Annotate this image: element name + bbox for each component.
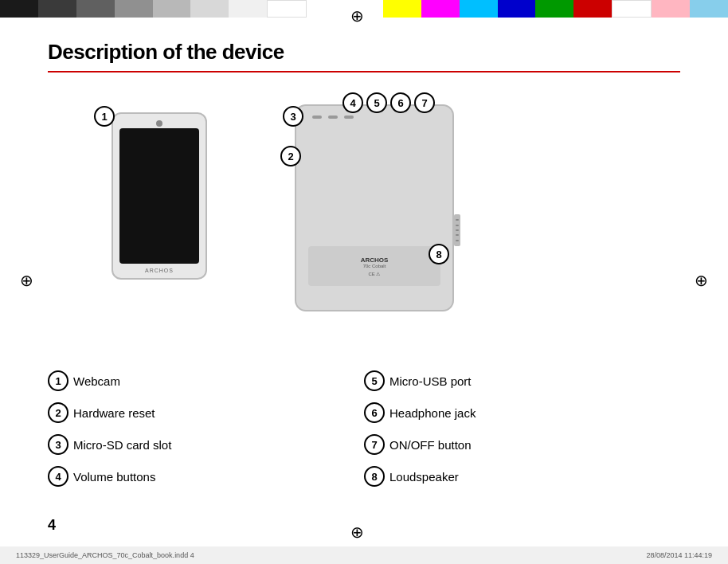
- swatch-white2: [612, 0, 652, 18]
- list-item: 1 Webcam: [48, 367, 364, 394]
- callout-4: 4: [342, 92, 363, 113]
- list-item: 4 Volume buttons: [48, 463, 364, 490]
- front-camera: [156, 120, 162, 127]
- speaker-hole-1: [456, 219, 459, 221]
- legend-label-3: Micro-SD card slot: [73, 438, 171, 452]
- speaker-hole-3: [456, 229, 459, 231]
- footer-bar: 113329_UserGuide_ARCHOS_70c_Cobalt_book.…: [0, 546, 728, 564]
- phone-front-body: ARCHOS: [112, 112, 207, 280]
- legend-label-7: ON/OFF button: [389, 438, 472, 452]
- speaker-hole-2: [456, 225, 459, 226]
- swatch-lightblue: [690, 0, 728, 18]
- legend-label-6: Headphone jack: [389, 406, 476, 420]
- port-3: [344, 116, 354, 119]
- bottom-info-panel: ARCHOS 70c Cobalt CE ⚠: [308, 246, 440, 286]
- list-item: 6 Headphone jack: [364, 399, 680, 426]
- phone-back: ARCHOS 70c Cobalt CE ⚠: [295, 104, 454, 311]
- swatch-cyan: [460, 0, 498, 18]
- callout-8: 8: [429, 244, 449, 264]
- callout-1: 1: [94, 106, 115, 127]
- page-number: 4: [48, 517, 56, 534]
- swatch-yellow: [383, 0, 421, 18]
- crosshair-left: ⊕: [20, 271, 33, 290]
- phone-screen: [119, 128, 199, 264]
- crosshair-bottom: ⊕: [350, 523, 364, 542]
- top-ports: [312, 116, 436, 120]
- list-item: 3 Micro-SD card slot: [48, 431, 364, 458]
- swatch-gray1: [76, 0, 115, 18]
- speaker-hole-5: [456, 240, 459, 241]
- color-bar-top: [0, 0, 728, 18]
- legend-label-5: Micro-USB port: [389, 374, 472, 388]
- footer-date: 28/08/2014 11:44:19: [646, 551, 712, 559]
- legend-label-1: Webcam: [73, 374, 120, 388]
- legend-number-7: 7: [364, 434, 385, 455]
- swatch-black2: [38, 0, 76, 18]
- page-title: Description of the device: [48, 40, 680, 65]
- legend-number-6: 6: [364, 402, 385, 423]
- swatch-red: [573, 0, 612, 18]
- swatch-white: [267, 0, 307, 18]
- legend-right-col: 5 Micro-USB port 6 Headphone jack 7 ON/O…: [364, 367, 680, 490]
- legend-number-3: 3: [48, 434, 68, 455]
- swatch-gray3: [153, 0, 191, 18]
- swatch-magenta: [421, 0, 460, 18]
- swatch-gray5: [229, 0, 267, 18]
- crosshair-top: ⊕: [350, 6, 364, 25]
- callout-2: 2: [280, 146, 301, 166]
- callout-6: 6: [390, 92, 411, 113]
- back-model: 70c Cobalt: [363, 264, 386, 268]
- list-item: 5 Micro-USB port: [364, 367, 680, 394]
- legend-label-2: Hardware reset: [73, 406, 155, 420]
- legend-number-5: 5: [364, 370, 385, 391]
- legend-number-2: 2: [48, 402, 68, 423]
- main-content: Description of the device 1 ARCHOS 2 3 4…: [48, 24, 680, 540]
- swatch-blue: [498, 0, 536, 18]
- speaker-slots: [454, 214, 460, 246]
- phone-back-body: ARCHOS 70c Cobalt CE ⚠: [295, 104, 454, 311]
- swatch-black1: [0, 0, 38, 18]
- back-brand: ARCHOS: [361, 257, 389, 264]
- brand-label-front: ARCHOS: [145, 268, 174, 273]
- legend-number-8: 8: [364, 466, 385, 487]
- swatch-green: [535, 0, 573, 18]
- speaker-hole-4: [456, 234, 459, 236]
- swatch-pink: [652, 0, 690, 18]
- legend-number-4: 4: [48, 466, 68, 487]
- device-area: 1 ARCHOS 2 3 4 5 6 7 8: [48, 88, 680, 359]
- crosshair-right: ⊕: [695, 271, 708, 290]
- callout-7: 7: [414, 92, 435, 113]
- footer-filename: 113329_UserGuide_ARCHOS_70c_Cobalt_book.…: [16, 551, 194, 559]
- legend-left-col: 1 Webcam 2 Hardware reset 3 Micro-SD car…: [48, 367, 364, 490]
- list-item: 2 Hardware reset: [48, 399, 364, 426]
- list-item: 7 ON/OFF button: [364, 431, 680, 458]
- callout-5: 5: [366, 92, 387, 113]
- title-underline: [48, 71, 680, 72]
- port-1: [312, 116, 322, 119]
- back-certifications: CE ⚠: [368, 271, 380, 276]
- legend-area: 1 Webcam 2 Hardware reset 3 Micro-SD car…: [48, 367, 680, 490]
- list-item: 8 Loudspeaker: [364, 463, 680, 490]
- callout-3: 3: [283, 106, 303, 127]
- swatch-gray4: [190, 0, 229, 18]
- legend-label-8: Loudspeaker: [389, 470, 459, 484]
- legend-label-4: Volume buttons: [73, 470, 155, 484]
- legend-number-1: 1: [48, 370, 68, 391]
- port-2: [328, 116, 338, 119]
- swatch-gray2: [115, 0, 153, 18]
- phone-front: ARCHOS: [112, 112, 207, 280]
